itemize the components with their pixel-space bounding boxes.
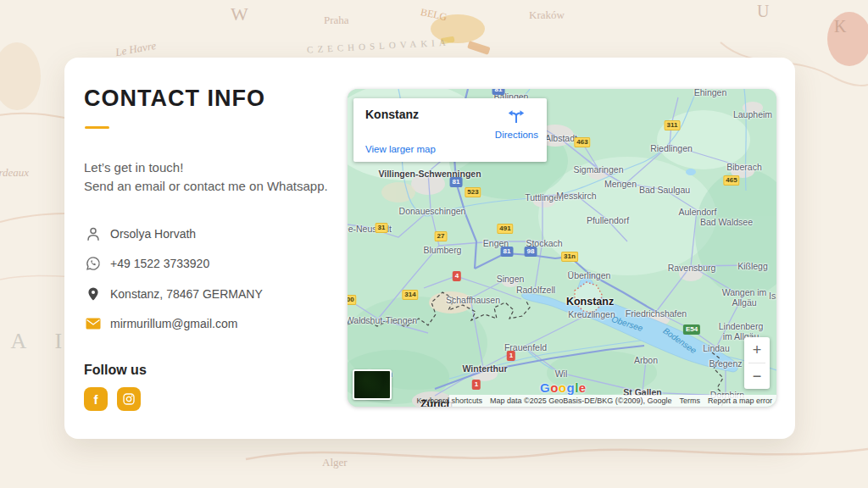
bg-text: Kraków [529,8,565,22]
road-shield: E54 [683,324,700,335]
google-letter: g [567,380,576,395]
road-shield: 1 [507,351,515,361]
intro-line-1: Let’s get in touch! [84,158,328,177]
terms-link[interactable]: Terms [679,396,700,405]
map-viewport[interactable]: Balingen Ehingen Laupheim Albstadt Riedl… [348,89,776,407]
google-letter: e [579,380,587,395]
road-shield: 491 [497,224,513,234]
road-shield: 463 [574,137,590,147]
whatsapp-icon [85,255,102,272]
map-zoom-control: + − [744,337,770,389]
contact-email-row: mirmurillum@gmail.com [85,315,237,332]
contact-name: Orsolya Horvath [110,227,196,241]
contact-name-row: Orsolya Horvath [85,225,196,242]
title-accent-bar [85,126,109,129]
report-error-link[interactable]: Report a map error [708,396,772,405]
directions-label: Directions [495,130,538,140]
page-title: CONTACT INFO [84,86,265,112]
zoom-in-button[interactable]: + [744,337,770,363]
road-shield: 31 [376,223,388,233]
road-shield: 465 [723,175,739,186]
google-logo: Google [540,380,587,395]
bg-text: W [231,3,248,25]
location-pin-icon [85,286,102,302]
bg-text: U [757,2,769,21]
road-shield: 523 [465,187,481,197]
road-shield: 311 [665,120,681,130]
envelope-icon [85,315,102,332]
road-shield: 500 [348,295,357,305]
follow-us-heading: Follow us [84,363,147,378]
contact-column: CONTACT INFO Let’s get in touch! Send an… [84,58,355,439]
contact-address-row: Konstanz, 78467 GERMANY [85,286,263,302]
instagram-icon [123,393,135,405]
contact-email: mirmurillum@gmail.com [110,317,237,330]
road-shield: 314 [402,290,418,300]
google-letter: o [550,380,559,395]
road-shield: 81 [501,247,514,257]
zoom-out-button[interactable]: − [744,363,770,389]
contact-phone: +49 1522 3733920 [110,257,209,270]
intro-line-2: Send an email or contact me on Whatsapp. [84,177,328,196]
google-letter: G [540,380,550,395]
directions-button[interactable]: Directions [495,106,538,140]
map-attribution-bar: Keyboard shortcuts Map data ©2025 GeoBas… [449,395,776,407]
contact-card: CONTACT INFO Let’s get in touch! Send an… [64,58,795,439]
person-icon [85,225,102,242]
facebook-icon: f [94,392,98,407]
view-larger-map-link[interactable]: View larger map [365,144,436,154]
map-data-text: Map data ©2025 GeoBasis-DE/BKG (©2009), … [490,396,671,405]
bg-text: Praha [324,14,349,27]
bg-text: Bordeaux [0,166,29,180]
bg-text: Alger [322,456,348,469]
intro-text: Let’s get in touch! Send an email or con… [84,158,328,196]
road-shield: 81 [450,177,463,187]
directions-icon [507,106,526,125]
google-letter: o [559,380,567,395]
road-shield: 31n [561,252,578,262]
social-buttons: f [84,387,141,411]
instagram-button[interactable] [117,387,141,411]
road-shield: 27 [435,231,448,241]
facebook-button[interactable]: f [84,387,108,411]
map-info-card: Konstanz Directions View larger map [353,98,547,162]
contact-phone-row: +49 1522 3733920 [85,255,209,272]
satellite-layer-toggle[interactable] [353,369,392,400]
road-shield: 98 [525,247,537,257]
keyboard-shortcuts-link[interactable]: Keyboard shortcuts [417,396,483,405]
bg-text: K [834,17,846,36]
road-shield: 81 [492,89,505,95]
contact-address: Konstanz, 78467 GERMANY [110,287,263,301]
road-shield: 4 [453,271,461,281]
road-shield: 1 [472,380,481,390]
